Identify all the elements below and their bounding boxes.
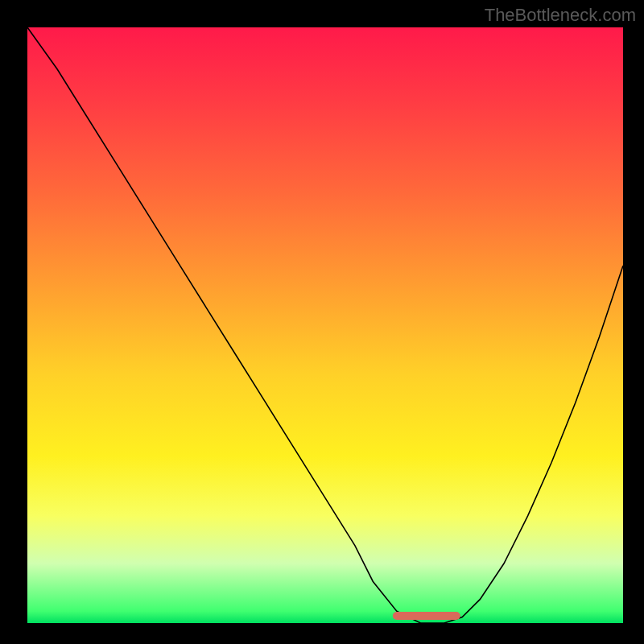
chart-svg <box>27 27 623 623</box>
watermark-text: TheBottleneck.com <box>485 5 636 26</box>
bottleneck-curve <box>27 27 623 623</box>
